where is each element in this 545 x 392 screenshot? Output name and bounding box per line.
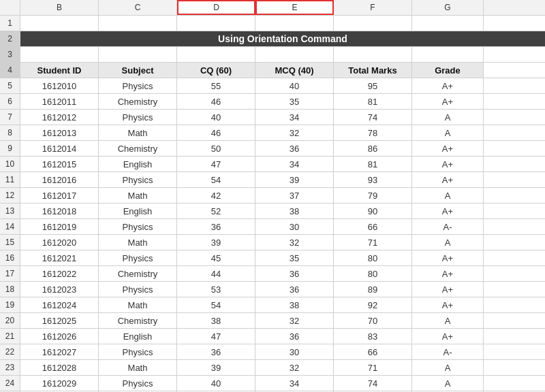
table-row: 111612016Physics543993A+	[0, 172, 545, 188]
row-number: 24	[0, 376, 20, 391]
col-header-d[interactable]: D	[177, 0, 255, 15]
row-number: 17	[0, 266, 20, 281]
spreadsheet: B C D E F G 12Using Orientation Command3…	[0, 0, 545, 392]
table-row: 181612023Physics533689A+	[0, 282, 545, 297]
row-number: 11	[0, 172, 20, 187]
table-row: 121612017Math423779A	[0, 188, 545, 203]
title-cell: Using Orientation Command	[20, 31, 545, 46]
table-row: 131612018English523890A+	[0, 203, 545, 219]
table-row: 81612013Math463278A	[0, 125, 545, 141]
table-row: 231612028Math393271A	[0, 360, 545, 376]
table-row: 241612029Physics403474A	[0, 376, 545, 391]
row-number: 7	[0, 110, 20, 125]
row-number: 9	[0, 141, 20, 156]
row-number: 20	[0, 313, 20, 328]
table-header-cell: CQ (60)	[177, 63, 255, 78]
col-header-g[interactable]: G	[412, 0, 484, 15]
row-number: 22	[0, 344, 20, 359]
grid-row: 1	[0, 16, 545, 31]
table-row: 71612012Physics403474A	[0, 110, 545, 125]
row-number: 23	[0, 360, 20, 375]
col-header-c[interactable]: C	[99, 0, 177, 15]
table-row: 141612019Physics363066A-	[0, 219, 545, 235]
row-number: 6	[0, 94, 20, 109]
grid-row: 3	[0, 47, 545, 63]
table-row: 51612010Physics554095A+	[0, 78, 545, 94]
row-number: 18	[0, 282, 20, 297]
row-number: 3	[0, 47, 20, 62]
row-number: 16	[0, 250, 20, 265]
row-number: 13	[0, 203, 20, 218]
row-number: 15	[0, 235, 20, 250]
table-header-cell: Grade	[412, 63, 484, 78]
row-number: 1	[0, 16, 20, 31]
table-row: 101612015English473481A+	[0, 157, 545, 172]
row-number: 14	[0, 219, 20, 234]
row-number: 21	[0, 329, 20, 344]
corner-cell	[0, 0, 20, 15]
col-header-e[interactable]: E	[255, 0, 334, 15]
table-row: 91612014Chemistry503686A+	[0, 141, 545, 157]
table-row: 201612025Chemistry383270A	[0, 313, 545, 329]
row-number: 5	[0, 78, 20, 93]
row-number: 4	[0, 63, 20, 78]
column-headers: B C D E F G	[0, 0, 545, 16]
table-header-cell: Student ID	[20, 63, 99, 78]
table-row: 221612027Physics363066A-	[0, 344, 545, 360]
table-row: 161612021Physics453580A+	[0, 250, 545, 266]
table-row: 211612026English473683A+	[0, 329, 545, 344]
table-row: 61612011Chemistry463581A+	[0, 94, 545, 110]
table-header-cell: MCQ (40)	[255, 63, 334, 78]
table-row: 171612022Chemistry443680A+	[0, 266, 545, 282]
table-header-cell: Subject	[99, 63, 177, 78]
col-header-b[interactable]: B	[20, 0, 99, 15]
row-number: 19	[0, 297, 20, 312]
grid-row: 2Using Orientation Command	[0, 31, 545, 47]
col-header-f[interactable]: F	[334, 0, 412, 15]
row-number: 2	[0, 31, 20, 46]
table-row: 151612020Math393271A	[0, 235, 545, 250]
row-number: 12	[0, 188, 20, 203]
table-row: 191612024Math543892A+	[0, 297, 545, 313]
table-header-row: 4Student IDSubjectCQ (60)MCQ (40)Total M…	[0, 63, 545, 78]
table-header-cell: Total Marks	[334, 63, 412, 78]
row-number: 8	[0, 125, 20, 140]
row-number: 10	[0, 157, 20, 172]
grid: 12Using Orientation Command34Student IDS…	[0, 16, 545, 392]
